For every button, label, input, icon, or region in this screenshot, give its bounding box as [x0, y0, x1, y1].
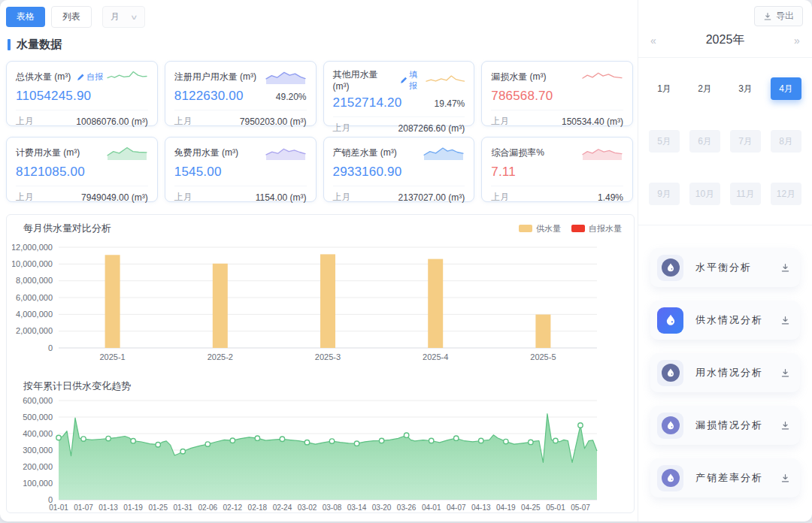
- download-icon[interactable]: [780, 421, 790, 431]
- svg-text:05-07: 05-07: [571, 503, 590, 512]
- prev-month-label: 上月: [333, 122, 351, 135]
- analysis-item-supply-situation[interactable]: 供水情况分析: [650, 301, 800, 340]
- stat-card-grid: 总供水量 (m³) 自报 11054245.90 上月 10086076.00 …: [6, 61, 633, 202]
- sparkline-chart: [581, 68, 623, 85]
- prev-month-value: 1154.00 (m³): [256, 192, 307, 203]
- month-feb[interactable]: 2月: [689, 77, 720, 100]
- analysis-item-nrw-rate[interactable]: 产销差率分析: [650, 458, 800, 497]
- stat-card-leakage-rate: 综合漏损率% 7.11 上月 1.49%: [481, 137, 633, 202]
- monthly-supply-bar-chart: 02,000,0004,000,0006,000,0008,000,00010,…: [12, 237, 629, 373]
- prev-month-value: 1.49%: [598, 192, 623, 203]
- svg-text:01-13: 01-13: [98, 503, 118, 512]
- stat-card-free-usage: 免费用水量 (m³) 1545.00 上月 1154.00 (m³): [165, 137, 317, 202]
- year-label: 2025年: [661, 32, 789, 48]
- svg-text:01-19: 01-19: [123, 503, 143, 512]
- download-icon[interactable]: [780, 263, 790, 273]
- section-accent-bar: [8, 39, 11, 50]
- prev-month-value: 10086076.00 (m³): [76, 116, 147, 127]
- card-title: 注册用户用水量 (m³): [174, 71, 256, 83]
- sparkline-chart: [265, 144, 307, 161]
- charts-panel: 每月供水量对比分析 供水量 自报水量 02,000,0004,000,0006,…: [6, 214, 635, 513]
- svg-text:03-08: 03-08: [323, 503, 342, 512]
- card-value: 11054245.90: [16, 89, 91, 104]
- prev-month-value: 7949049.00 (m³): [81, 192, 148, 203]
- fill-report-link[interactable]: 填报: [400, 69, 425, 92]
- svg-text:02-18: 02-18: [248, 503, 268, 512]
- tab-list[interactable]: 列表: [51, 6, 92, 28]
- svg-text:03-26: 03-26: [397, 503, 417, 512]
- svg-text:400,000: 400,000: [23, 429, 53, 438]
- legend-item-selfreport[interactable]: 自报水量: [571, 223, 622, 234]
- next-year-button[interactable]: »: [789, 35, 804, 47]
- prev-month-value: 2087266.60 (m³): [398, 123, 465, 134]
- self-report-link[interactable]: 自报: [77, 71, 103, 83]
- card-title: 计费用水量 (m³): [16, 147, 80, 159]
- side-panel: 导出 « 2025年 » 1月 2月 3月 4月 5月 6月 7月 8月 9月 …: [638, 0, 812, 521]
- svg-text:04-07: 04-07: [447, 503, 466, 512]
- main-area: 表格 列表 月 ∨ 水量数据 总供水量 (m³) 自报: [0, 0, 638, 521]
- svg-text:8,000,000: 8,000,000: [16, 276, 53, 285]
- month-apr[interactable]: 4月: [771, 77, 801, 100]
- period-select[interactable]: 月 ∨: [102, 6, 145, 28]
- prev-year-button[interactable]: «: [646, 35, 661, 47]
- svg-text:02-06: 02-06: [198, 503, 217, 512]
- water-drop-icon: [657, 307, 683, 334]
- period-select-value: 月: [111, 11, 120, 23]
- svg-text:2025-5: 2025-5: [530, 352, 556, 361]
- svg-text:02-12: 02-12: [223, 503, 243, 512]
- prev-month-label: 上月: [16, 115, 34, 128]
- svg-text:2025-1: 2025-1: [99, 352, 125, 361]
- prev-month-label: 上月: [491, 115, 509, 128]
- month-jan[interactable]: 1月: [649, 77, 680, 100]
- page-title: 水量数据: [17, 38, 62, 52]
- stat-card-nrw: 产销差水量 (m³) 2933160.90 上月 2137027.00 (m³): [323, 137, 475, 202]
- svg-text:2025-2: 2025-2: [208, 352, 233, 361]
- export-button[interactable]: 导出: [754, 6, 803, 26]
- area-chart-title: 按年累计日供水变化趋势: [11, 373, 629, 393]
- month-dec: 12月: [771, 183, 801, 205]
- card-percent: 19.47%: [435, 98, 465, 109]
- card-value: 8122630.00: [174, 89, 244, 104]
- prev-month-value: 2137027.00 (m³): [398, 192, 465, 203]
- download-icon: [763, 12, 772, 21]
- chart-legend: 供水量 自报水量: [519, 223, 622, 234]
- stat-card-registered-usage: 注册用户用水量 (m³) 8122630.00 49.20% 上月 795020…: [165, 61, 317, 126]
- sparkline-chart: [265, 68, 307, 85]
- prev-month-label: 上月: [333, 191, 351, 204]
- tab-table[interactable]: 表格: [6, 7, 45, 27]
- analysis-item-water-balance[interactable]: 水平衡分析: [650, 248, 800, 287]
- card-value: 2152714.20: [333, 95, 402, 110]
- analysis-item-leakage-situation[interactable]: 漏损情况分析: [650, 406, 800, 445]
- svg-text:01-25: 01-25: [148, 503, 168, 512]
- month-mar[interactable]: 3月: [730, 77, 761, 100]
- analysis-item-usage-situation[interactable]: 用水情况分析: [650, 353, 800, 392]
- card-value: 8121085.00: [16, 165, 85, 180]
- month-aug: 8月: [771, 130, 801, 153]
- view-toolbar: 表格 列表 月 ∨: [6, 6, 635, 28]
- svg-text:2,000,000: 2,000,000: [16, 326, 53, 335]
- download-icon[interactable]: [780, 473, 790, 483]
- card-value: 2933160.90: [333, 165, 402, 180]
- month-grid: 1月 2月 3月 4月 5月 6月 7月 8月 9月 10月 11月 12月: [638, 58, 812, 225]
- svg-text:2025-4: 2025-4: [423, 352, 448, 361]
- card-title: 综合漏损率%: [491, 147, 544, 159]
- stat-card-other-usage: 其他用水量 (m³) 填报 2152714.20 19.47% 上月 20872…: [323, 61, 475, 126]
- card-title: 其他用水量 (m³): [333, 68, 394, 92]
- legend-item-supply[interactable]: 供水量: [519, 223, 561, 234]
- card-title: 漏损水量 (m³): [491, 71, 546, 83]
- edit-icon: [77, 73, 85, 81]
- download-icon[interactable]: [780, 368, 790, 378]
- svg-text:04-13: 04-13: [471, 503, 491, 512]
- month-nov: 11月: [730, 183, 761, 205]
- svg-text:200,000: 200,000: [23, 462, 53, 471]
- svg-text:500,000: 500,000: [23, 413, 53, 422]
- svg-text:05-01: 05-01: [546, 503, 565, 512]
- bar-chart-title: 每月供水量对比分析: [23, 222, 111, 235]
- svg-text:0: 0: [48, 495, 53, 504]
- download-icon[interactable]: [780, 316, 790, 325]
- svg-text:10,000,000: 10,000,000: [12, 259, 53, 268]
- card-value: 1545.00: [174, 165, 222, 180]
- card-title: 产销差水量 (m³): [333, 147, 397, 159]
- svg-text:04-01: 04-01: [422, 503, 441, 512]
- svg-text:2025-3: 2025-3: [315, 352, 341, 361]
